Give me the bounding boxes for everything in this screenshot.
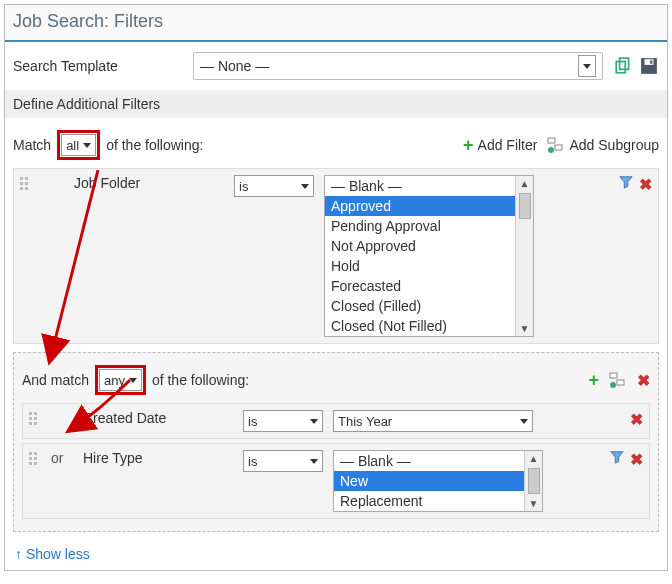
list-item[interactable]: Pending Approval xyxy=(325,216,515,236)
drag-handle-icon[interactable] xyxy=(20,177,34,191)
drag-handle-icon[interactable] xyxy=(29,452,43,466)
filter-row-job-folder: Job Folder is — Blank —ApprovedPending A… xyxy=(13,168,659,344)
svg-point-7 xyxy=(548,147,554,153)
list-item[interactable]: Approved xyxy=(325,196,515,216)
svg-point-10 xyxy=(610,382,616,388)
chevron-down-icon xyxy=(583,64,591,69)
template-select[interactable]: — None — xyxy=(193,52,603,80)
plus-icon: + xyxy=(463,136,474,154)
add-filter-button[interactable]: + Add Filter xyxy=(463,136,537,154)
svg-rect-9 xyxy=(617,380,624,385)
subgroup-mode-select[interactable]: any xyxy=(99,369,142,391)
list-item[interactable]: — Blank — xyxy=(325,176,515,196)
scrollbar[interactable]: ▲ ▼ xyxy=(524,451,542,511)
show-less-link[interactable]: Show less xyxy=(5,540,94,570)
svg-rect-1 xyxy=(620,58,629,69)
field-label: Job Folder xyxy=(74,175,234,191)
scroll-down-icon[interactable]: ▼ xyxy=(529,496,539,511)
match-mode-highlight: all xyxy=(57,130,100,160)
filter-row-created-date: Created Date is This Year xyxy=(22,403,650,439)
list-item[interactable]: Hold xyxy=(325,256,515,276)
copy-template-button[interactable] xyxy=(613,56,633,76)
conj-cell: or xyxy=(51,450,83,466)
filter-row-hire-type: or Hire Type is — Blank —NewReplacement … xyxy=(22,443,650,519)
list-item[interactable]: Not Approved xyxy=(325,236,515,256)
template-row: Search Template — None — xyxy=(5,42,667,90)
scrollbar[interactable]: ▲ ▼ xyxy=(515,176,533,336)
svg-rect-5 xyxy=(548,138,555,143)
value-select[interactable]: This Year xyxy=(333,410,533,432)
filters-body: Match all of the following: + Add Filter… xyxy=(5,118,667,540)
subgroup-prefix: And match xyxy=(22,372,89,388)
add-subgroup-button[interactable]: Add Subgroup xyxy=(547,137,659,153)
match-suffix: of the following: xyxy=(106,137,203,153)
svg-rect-0 xyxy=(616,62,625,73)
list-item[interactable]: — Blank — xyxy=(334,451,524,471)
chevron-down-icon xyxy=(310,459,318,464)
match-prefix: Match xyxy=(13,137,51,153)
hire-type-listbox[interactable]: — Blank —NewReplacement ▲ ▼ xyxy=(333,450,543,512)
delete-filter-button[interactable]: ✖ xyxy=(639,175,652,194)
subgroup-panel: And match any of the following: + ✖ xyxy=(13,352,659,532)
template-label: Search Template xyxy=(13,58,183,74)
filters-panel: Job Search: Filters Search Template — No… xyxy=(4,4,668,571)
field-label: Created Date xyxy=(83,410,243,426)
save-template-button[interactable] xyxy=(639,56,659,76)
scroll-up-icon[interactable]: ▲ xyxy=(529,451,539,466)
list-item[interactable]: Closed (Not Filled) xyxy=(325,316,515,336)
match-mode-select[interactable]: all xyxy=(61,134,96,156)
scroll-down-icon[interactable]: ▼ xyxy=(520,321,530,336)
subgroup-match-row: And match any of the following: + ✖ xyxy=(22,361,650,403)
job-folder-listbox[interactable]: — Blank —ApprovedPending ApprovalNot App… xyxy=(324,175,534,337)
chevron-down-icon xyxy=(129,378,137,383)
delete-filter-button[interactable]: ✖ xyxy=(630,450,643,469)
list-item[interactable]: Replacement xyxy=(334,491,524,511)
add-subgroup-icon[interactable] xyxy=(609,372,627,388)
filter-icon[interactable] xyxy=(619,175,633,189)
subgroup-mode-value: any xyxy=(104,373,125,388)
subgroup-suffix: of the following: xyxy=(152,372,249,388)
chevron-down-icon xyxy=(83,143,91,148)
main-match-row: Match all of the following: + Add Filter… xyxy=(13,126,659,168)
page-title: Job Search: Filters xyxy=(5,5,667,42)
list-item[interactable]: Closed (Filled) xyxy=(325,296,515,316)
chevron-down-icon xyxy=(520,419,528,424)
operator-select[interactable]: is xyxy=(234,175,314,197)
scroll-up-icon[interactable]: ▲ xyxy=(520,176,530,191)
delete-subgroup-button[interactable]: ✖ xyxy=(637,371,650,390)
list-item[interactable]: New xyxy=(334,471,524,491)
match-mode-value: all xyxy=(66,138,79,153)
chevron-down-icon xyxy=(310,419,318,424)
chevron-down-icon xyxy=(301,184,309,189)
operator-select[interactable]: is xyxy=(243,450,323,472)
list-item[interactable]: Forecasted xyxy=(325,276,515,296)
field-label: Hire Type xyxy=(83,450,243,466)
svg-rect-4 xyxy=(650,60,652,63)
svg-rect-6 xyxy=(555,145,562,150)
filter-icon[interactable] xyxy=(610,450,624,464)
scroll-thumb[interactable] xyxy=(519,193,531,219)
svg-rect-8 xyxy=(610,373,617,378)
delete-filter-button[interactable]: ✖ xyxy=(630,410,643,429)
subgroup-icon xyxy=(547,137,565,153)
template-select-value: — None — xyxy=(200,58,269,74)
scroll-thumb[interactable] xyxy=(528,468,540,494)
add-filter-icon[interactable]: + xyxy=(588,371,599,389)
operator-select[interactable]: is xyxy=(243,410,323,432)
section-header: Define Additional Filters xyxy=(5,90,667,118)
drag-handle-icon[interactable] xyxy=(29,412,43,426)
subgroup-mode-highlight: any xyxy=(95,365,146,395)
